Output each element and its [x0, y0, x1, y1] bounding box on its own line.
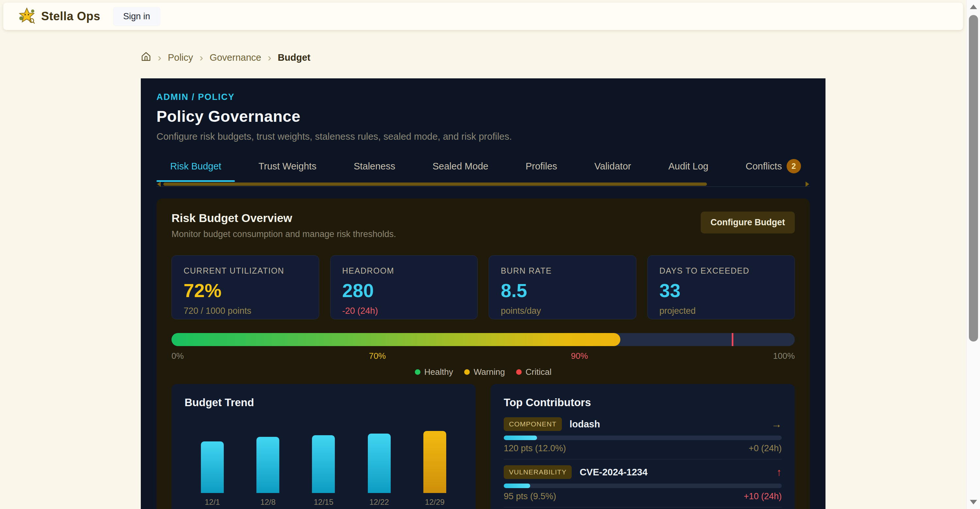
- contributor-progress-fill: [504, 484, 530, 488]
- policy-governance-panel: ADMIN / POLICY Policy Governance Configu…: [141, 78, 826, 509]
- breadcrumb-current: Budget: [278, 52, 310, 63]
- contributor-type-badge: COMPONENT: [504, 417, 562, 431]
- critical-threshold-marker: [732, 333, 733, 346]
- tab-risk-budget[interactable]: Risk Budget: [156, 156, 235, 182]
- contributor-delta: +10 (24h): [744, 492, 782, 501]
- stat-value: 280: [342, 279, 466, 301]
- overview-title: Risk Budget Overview: [172, 212, 396, 225]
- stat-card: DAYS TO EXCEEDED33projected: [648, 255, 795, 319]
- tab-label: Profiles: [526, 161, 557, 172]
- tabs-horizontal-scrollbar: [156, 182, 810, 186]
- scroll-right-arrow-icon[interactable]: [805, 182, 809, 187]
- scale-label: 0%: [172, 351, 184, 361]
- contributor-row: COMPONENTlodash→120 pts (12.0%)+0 (24h): [504, 417, 782, 459]
- trend-up-arrow-icon[interactable]: ↑: [776, 466, 782, 478]
- stat-sub: projected: [660, 306, 783, 316]
- scroll-left-arrow-icon[interactable]: [157, 182, 161, 187]
- app-header: Stella Ops Sign in: [3, 3, 963, 30]
- trend-bar[interactable]: [201, 441, 224, 493]
- legend-label: Warning: [474, 367, 505, 377]
- stat-value: 8.5: [501, 279, 624, 301]
- contributor-row: VULNERABILITYCVE-2024-1234↑95 pts (9.5%)…: [504, 465, 782, 507]
- chevron-right-icon: ›: [158, 52, 161, 63]
- scale-label: 100%: [773, 351, 795, 361]
- breadcrumb: › Policy › Governance › Budget: [141, 51, 826, 64]
- contributor-stats: 120 pts (12.0%)+0 (24h): [504, 443, 782, 453]
- tab-trust-weights[interactable]: Trust Weights: [245, 156, 330, 182]
- trend-x-label: 12/8: [245, 498, 291, 507]
- tab-staleness[interactable]: Staleness: [340, 156, 409, 182]
- tabs-scrollbar-track[interactable]: [163, 182, 803, 186]
- threshold-legend: HealthyWarningCritical: [172, 366, 795, 377]
- contributor-name: lodash: [570, 419, 600, 430]
- tab-label: Validator: [595, 161, 631, 172]
- stat-label: HEADROOM: [342, 266, 466, 276]
- utilization-scale-labels: 0%70%90%100%: [172, 350, 795, 362]
- trend-bar[interactable]: [368, 434, 391, 493]
- trend-x-label: 12/22: [356, 498, 402, 507]
- trend-bar[interactable]: [423, 431, 446, 493]
- tab-label: Sealed Mode: [433, 161, 488, 172]
- arrow-right-icon[interactable]: →: [771, 418, 782, 430]
- trend-bar[interactable]: [256, 437, 279, 493]
- sign-in-button[interactable]: Sign in: [113, 7, 160, 26]
- tab-list: Risk BudgetTrust WeightsStalenessSealed …: [156, 156, 810, 182]
- scale-label: 70%: [369, 351, 386, 361]
- utilization-progress-bar: [172, 333, 795, 346]
- stats-grid: CURRENT UTILIZATION72%720 / 1000 pointsH…: [172, 255, 795, 319]
- contributor-name: CVE-2024-1234: [579, 467, 648, 478]
- brand-name: Stella Ops: [41, 10, 100, 23]
- page: Stella Ops Sign in › Policy › Governance…: [0, 0, 966, 509]
- stat-value: 72%: [184, 279, 307, 301]
- healthy-dot-icon: [415, 369, 420, 375]
- legend-item: Critical: [516, 367, 551, 377]
- trend-bar-column: [245, 437, 291, 493]
- tabs-scrollbar-thumb[interactable]: [163, 182, 707, 186]
- tab-label: Trust Weights: [258, 161, 316, 172]
- legend-item: Warning: [464, 367, 505, 377]
- tab-label: Staleness: [354, 161, 395, 172]
- configure-budget-button[interactable]: Configure Budget: [701, 212, 795, 233]
- breadcrumb-policy[interactable]: Policy: [168, 52, 193, 63]
- tab-label: Risk Budget: [170, 161, 221, 172]
- contributor-progress-fill: [504, 436, 537, 440]
- tabs-bar: Risk BudgetTrust WeightsStalenessSealed …: [156, 156, 810, 187]
- trend-bar-column: [189, 441, 235, 493]
- contributor-progress-bar: [504, 484, 782, 488]
- scrollbar-down-arrow-icon[interactable]: [970, 500, 977, 504]
- warning-dot-icon: [464, 369, 470, 375]
- stat-card: CURRENT UTILIZATION72%720 / 1000 points: [172, 255, 319, 319]
- trend-bar-column: [301, 435, 346, 493]
- row-divider: [504, 507, 782, 507]
- stat-label: CURRENT UTILIZATION: [184, 266, 307, 276]
- trend-bar-column: [412, 431, 458, 493]
- home-icon[interactable]: [141, 51, 151, 64]
- contributor-points: 120 pts (12.0%): [504, 443, 566, 453]
- top-contributors-panel: Top Contributors COMPONENTlodash→120 pts…: [491, 384, 795, 509]
- stat-label: BURN RATE: [501, 266, 624, 276]
- stat-value: 33: [660, 279, 783, 301]
- browser-vertical-scrollbar[interactable]: [966, 0, 980, 509]
- stat-card: HEADROOM280-20 (24h): [330, 255, 478, 319]
- scrollbar-thumb[interactable]: [969, 15, 978, 341]
- tab-profiles[interactable]: Profiles: [512, 156, 571, 182]
- trend-x-label: 12/1: [189, 498, 235, 507]
- trend-bar[interactable]: [312, 435, 335, 493]
- budget-trend-title: Budget Trend: [185, 396, 463, 409]
- stella-logo-icon: [18, 7, 35, 25]
- stat-sub: points/day: [501, 306, 624, 316]
- tab-conflicts[interactable]: Conflicts2: [732, 156, 810, 182]
- tab-audit-log[interactable]: Audit Log: [655, 156, 722, 182]
- page-subtitle: Configure risk budgets, trust weights, s…: [156, 131, 810, 142]
- legend-item: Healthy: [415, 367, 453, 377]
- scrollbar-up-arrow-icon[interactable]: [970, 5, 977, 9]
- tab-validator[interactable]: Validator: [581, 156, 645, 182]
- legend-label: Healthy: [424, 367, 453, 377]
- brand[interactable]: Stella Ops: [18, 7, 100, 25]
- legend-label: Critical: [526, 367, 551, 377]
- contributor-points: 95 pts (9.5%): [504, 492, 556, 501]
- tab-sealed-mode[interactable]: Sealed Mode: [419, 156, 502, 182]
- trend-x-label: 12/15: [301, 498, 346, 507]
- contributor-progress-bar: [504, 436, 782, 440]
- breadcrumb-governance[interactable]: Governance: [210, 52, 261, 63]
